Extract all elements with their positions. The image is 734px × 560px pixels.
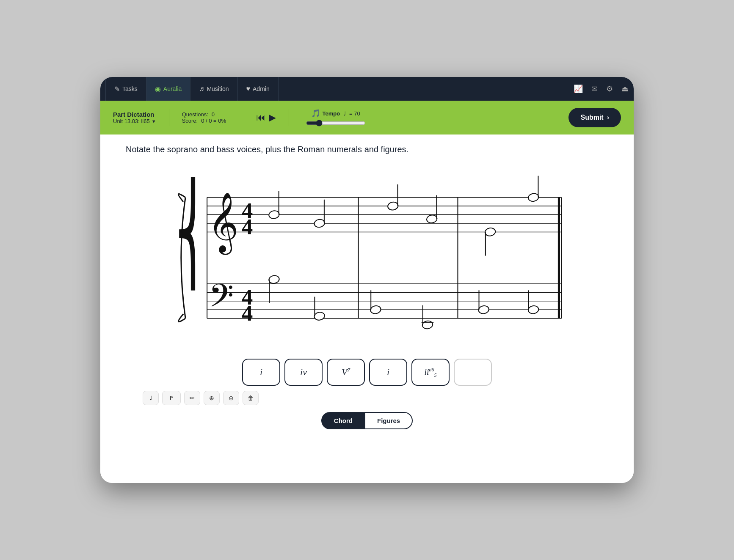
toolbar: Part Dictation Unit 13.03: ii65 ▼ Questi… — [100, 101, 634, 135]
svg-point-49 — [528, 305, 539, 314]
chord-label-3-text: V7 — [342, 367, 350, 378]
nav-tab-auralia-label: Auralia — [163, 85, 182, 92]
zoom-out-icon: ⊖ — [229, 395, 234, 401]
chord-label-2-text: iv — [300, 367, 307, 378]
toolbar-scores: Questions: 0 Score: 0 / 0 = 0% — [182, 111, 226, 124]
svg-point-17 — [387, 201, 399, 211]
svg-point-21 — [484, 227, 496, 236]
questions-label: Questions: — [182, 111, 208, 118]
musition-icon: ♬ — [199, 85, 204, 93]
toolbar-title-main: Part Dictation — [113, 111, 156, 118]
notation-area: ⎨ 𝄞 4 4 — [164, 163, 570, 354]
questions-value: 0 — [212, 111, 215, 118]
tasks-icon: ✎ — [114, 85, 120, 93]
tab-switcher: Chord Figures — [321, 412, 413, 429]
chord-label-2[interactable]: iv — [284, 359, 323, 386]
svg-text:𝄞: 𝄞 — [208, 193, 239, 255]
svg-point-47 — [478, 305, 489, 314]
nav-tabs: ✎ Tasks ◉ Auralia ♬ Musition ♥ Admin — [105, 77, 279, 101]
toolbar-title: Part Dictation Unit 13.03: ii65 ▼ — [113, 111, 156, 124]
chord-symbol-button[interactable]: I6 — [162, 391, 181, 405]
toolbar-divider-3 — [289, 109, 289, 126]
zoom-in-icon: ⊕ — [209, 395, 214, 401]
svg-point-40 — [314, 311, 325, 321]
svg-point-38 — [268, 275, 280, 284]
auralia-icon: ◉ — [155, 85, 161, 93]
chart-icon[interactable]: 📈 — [574, 84, 583, 93]
staff-svg[interactable]: ⎨ 𝄞 4 4 — [164, 163, 570, 353]
admin-icon: ♥ — [246, 85, 251, 93]
svg-point-42 — [370, 305, 381, 314]
logout-icon[interactable]: ⏏ — [621, 84, 629, 93]
top-nav: ✎ Tasks ◉ Auralia ♬ Musition ♥ Admin 📈 ✉… — [100, 77, 634, 101]
trash-icon: 🗑 — [248, 395, 254, 401]
chord-label-1-text: i — [260, 367, 262, 378]
chord-label-5-text: iiø65 — [424, 367, 436, 379]
score-value: 0 / 0 = 0% — [201, 118, 226, 124]
dropdown-chevron-icon[interactable]: ▼ — [152, 119, 156, 124]
chord-label-4-text: i — [387, 367, 389, 378]
toolbar-divider-1 — [169, 109, 169, 126]
chord-label-1[interactable]: i — [242, 359, 280, 386]
svg-text:𝄢: 𝄢 — [209, 278, 234, 321]
svg-point-23 — [528, 193, 539, 202]
tempo-control: 🎵 Tempo ♩ = 70 — [306, 109, 365, 126]
pencil-button[interactable]: ✏ — [184, 391, 200, 405]
nav-tab-tasks-label: Tasks — [122, 85, 138, 92]
chord-label-4[interactable]: i — [369, 359, 407, 386]
svg-point-44 — [422, 320, 433, 329]
chord-label-5[interactable]: iiø65 — [411, 359, 450, 386]
chord-labels-row: i iv V7 i iiø65 — [242, 359, 492, 386]
nav-tab-admin[interactable]: ♥ Admin — [238, 77, 279, 101]
settings-icon[interactable]: ⚙ — [606, 84, 613, 93]
zoom-in-button[interactable]: ⊕ — [204, 391, 220, 405]
tempo-slider[interactable] — [306, 120, 365, 126]
nav-tab-musition[interactable]: ♬ Musition — [190, 77, 237, 101]
chord-symbol-icon: I6 — [170, 395, 173, 401]
svg-point-15 — [314, 219, 325, 228]
chord-label-3[interactable]: V7 — [327, 359, 365, 386]
svg-point-13 — [268, 210, 280, 219]
instruction-text: Notate the soprano and bass voices, plus… — [126, 145, 408, 154]
delete-button[interactable]: 🗑 — [243, 391, 259, 405]
rewind-button[interactable]: ⏮ — [256, 112, 265, 123]
tempo-label: 🎵 Tempo — [311, 109, 340, 118]
note-button[interactable]: ♩ — [143, 391, 159, 405]
figures-tab-button[interactable]: Figures — [364, 412, 413, 429]
play-button[interactable]: ▶ — [269, 112, 276, 123]
submit-chevron-icon: › — [607, 114, 609, 121]
svg-point-19 — [426, 214, 438, 224]
tempo-value: = 70 — [349, 110, 360, 117]
submit-button[interactable]: Submit › — [568, 108, 621, 127]
pencil-icon: ✏ — [190, 395, 195, 401]
zoom-out-button[interactable]: ⊖ — [223, 391, 239, 405]
toolbar-unit: Unit 13.03: ii65 ▼ — [113, 118, 156, 124]
main-content: Notate the soprano and bass voices, plus… — [100, 135, 634, 483]
score-label: Score: — [182, 118, 198, 124]
nav-tab-musition-label: Musition — [207, 85, 229, 92]
nav-tab-tasks[interactable]: ✎ Tasks — [105, 77, 146, 101]
nav-right: 📈 ✉ ⚙ ⏏ — [574, 84, 629, 93]
nav-tab-admin-label: Admin — [253, 85, 270, 92]
tempo-note-icon: ♩ — [343, 110, 346, 117]
playback-controls: ⏮ ▶ — [256, 112, 276, 123]
edit-toolbar: ♩ I6 ✏ ⊕ ⊖ 🗑 — [143, 391, 259, 405]
svg-text:4: 4 — [242, 301, 253, 325]
svg-text:4: 4 — [242, 214, 253, 239]
chord-label-6[interactable] — [454, 359, 492, 386]
toolbar-divider-2 — [239, 109, 239, 126]
note-icon: ♩ — [149, 395, 152, 401]
nav-tab-auralia[interactable]: ◉ Auralia — [146, 77, 191, 101]
mail-icon[interactable]: ✉ — [591, 84, 598, 93]
chord-tab-button[interactable]: Chord — [321, 412, 364, 429]
